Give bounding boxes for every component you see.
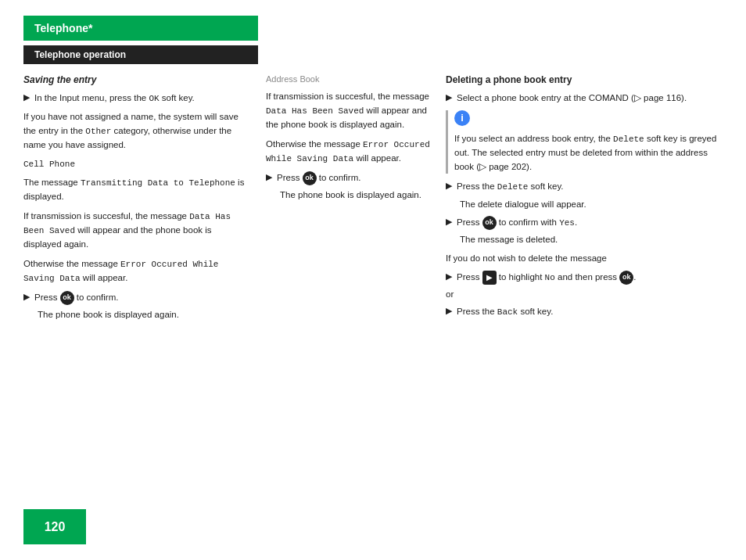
page-number: 120 [45,520,66,534]
paragraph: Otherwise the message Error Occured Whil… [266,138,430,166]
list-item: ▶ Press ok to confirm with Yes. [446,216,723,230]
ok-button-icon: ok [303,171,317,185]
page-subtitle: Telephone operation [34,49,126,60]
ok-button-icon: ok [60,291,74,305]
bullet-arrow-icon: ▶ [446,271,452,282]
paragraph: If transmission is succesful, the messag… [23,210,250,252]
bullet-text: Press ▶ to highlight No and then press o… [457,271,637,285]
info-box: i If you select an address book entry, t… [446,110,723,174]
paragraph: The message Transmitting Data to Telepho… [23,176,250,204]
bullet-text: Select a phone book entry at the COMAND … [457,92,687,106]
bullet-text: In the Input menu, press the OK soft key… [34,92,195,106]
info-icon: i [454,110,470,126]
list-item: ▶ In the Input menu, press the OK soft k… [23,92,250,106]
list-item: ▶ Press ok to confirm. [266,171,430,185]
main-content: Saving the entry ▶ In the Input menu, pr… [23,74,723,497]
header-subtitle-box: Telephone operation [23,45,258,64]
paragraph: Otherwise the message Error Occured Whil… [23,257,250,285]
list-item: ▶ Press the Delete soft key. [446,180,723,194]
middle-column: Address Book If transmission is succesfu… [266,74,446,497]
bullet-arrow-icon: ▶ [266,172,272,182]
list-item: ▶ Press ▶ to highlight No and then press… [446,271,723,285]
indented-text: The delete dialogue will appear. [460,198,723,212]
right-column: Deleting a phone book entry ▶ Select a p… [446,74,723,497]
bullet-arrow-icon: ▶ [23,92,30,102]
header-title-box: Telephone* [23,16,258,41]
list-item: ▶ Press the Back soft key. [446,305,723,319]
indented-text: The phone book is displayed again. [38,308,250,322]
bullet-text: Press the Back soft key. [457,305,553,319]
bullet-text: Press the Delete soft key. [457,180,564,194]
left-column: Saving the entry ▶ In the Input menu, pr… [23,74,266,497]
paragraph: If you do not wish to delete the message [446,252,723,266]
bullet-arrow-icon: ▶ [23,292,30,302]
bullet-text: Press ok to confirm. [34,291,118,305]
left-section-title: Saving the entry [23,74,250,85]
info-text: If you select an address book entry, the… [454,132,723,174]
page-title: Telephone* [34,22,92,34]
paragraph: If you have not assigned a name, the sys… [23,110,250,153]
mid-section-title: Address Book [266,74,430,84]
or-text: or [446,288,723,302]
bullet-text: Press ok to confirm with Yes. [457,216,577,230]
page-number-box: 120 [23,509,86,544]
bullet-arrow-icon: ▶ [446,181,452,191]
mono-text: Cell Phone [23,158,250,171]
right-section-title: Deleting a phone book entry [446,74,723,85]
bullet-text: Press ok to confirm. [277,171,360,185]
ok-button-icon: ok [482,216,497,230]
indented-text: The phone book is displayed again. [280,188,430,203]
indented-text: The message is deleted. [460,233,723,247]
play-button-icon: ▶ [482,271,497,285]
bullet-arrow-icon: ▶ [446,217,452,227]
list-item: ▶ Press ok to confirm. [23,291,250,305]
ok-button-icon: ok [619,271,633,285]
list-item: ▶ Select a phone book entry at the COMAN… [446,92,723,106]
bullet-arrow-icon: ▶ [446,306,452,316]
paragraph: If transmission is succesful, the messag… [266,90,430,132]
bullet-arrow-icon: ▶ [446,92,452,102]
